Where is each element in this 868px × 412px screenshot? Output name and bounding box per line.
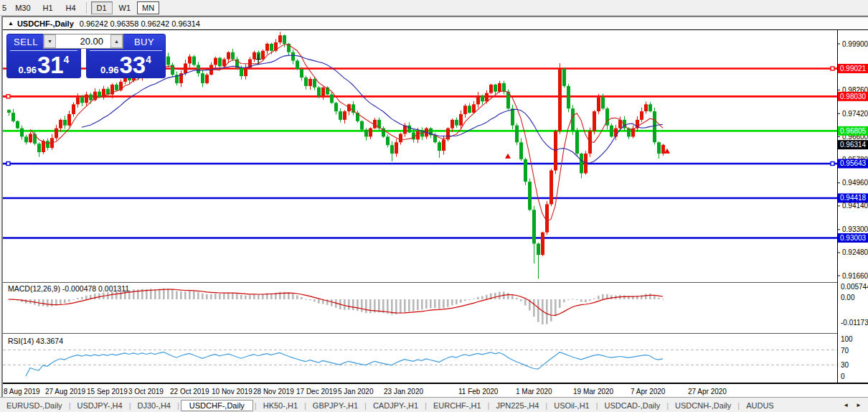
svg-text:0.005744: 0.005744 — [841, 283, 868, 291]
tab-scroll-left-icon[interactable]: ◄ — [839, 401, 852, 410]
tab-usoil-h1[interactable]: USOil-,H1 — [547, 401, 596, 411]
timeframe-button-5[interactable]: 5 — [0, 1, 9, 14]
tab-dj30-h4[interactable]: DJ30-,H4 — [131, 401, 177, 411]
volume-decrease-button[interactable]: ▼ — [44, 34, 56, 48]
buy-price: 0.96334 — [87, 55, 165, 76]
svg-text:27 Aug 2019: 27 Aug 2019 — [45, 388, 86, 395]
tab-separator: | — [177, 401, 179, 410]
timeframe-button-d1[interactable]: D1 — [91, 1, 113, 14]
tab-audus[interactable]: AUDUS — [740, 401, 780, 411]
svg-text:8 Aug 2019: 8 Aug 2019 — [4, 388, 40, 395]
svg-text:30: 30 — [841, 361, 849, 369]
chart-tab-bar: EURUSD-,Daily|USDJPY-,H4|DJ30-,H4|USDCHF… — [0, 397, 868, 412]
tab-usdjpy-h4[interactable]: USDJPY-,H4 — [70, 401, 128, 411]
svg-text:0.99021: 0.99021 — [840, 65, 867, 72]
svg-text:7 Apr 2020: 7 Apr 2020 — [631, 388, 666, 395]
timeframe-button-h4[interactable]: H4 — [60, 1, 82, 14]
timeframe-button-h1[interactable]: H1 — [37, 1, 59, 14]
chart-bottom-border — [3, 383, 868, 384]
sell-divider — [10, 50, 77, 51]
buy-label: BUY — [123, 37, 165, 47]
svg-text:0.00: 0.00 — [841, 294, 855, 301]
tab-usdcnh-daily[interactable]: USDCNH-,Daily — [669, 401, 737, 411]
volume-increase-button[interactable]: ▲ — [110, 34, 123, 48]
svg-text:0.96314: 0.96314 — [840, 141, 867, 149]
chart-title-symbol: USDCHF-,Daily — [17, 19, 74, 28]
svg-text:70: 70 — [841, 347, 849, 355]
svg-text:15 Sep 2019: 15 Sep 2019 — [87, 388, 128, 395]
toolbar-separator — [86, 2, 87, 14]
chart-window: ▲ USDCHF-,Daily 0.96242 0.96358 0.96242 … — [1, 16, 868, 397]
svg-text:0.94418: 0.94418 — [840, 194, 867, 202]
svg-text:0: 0 — [841, 373, 845, 380]
svg-text:10 Nov 2019: 10 Nov 2019 — [212, 388, 253, 395]
timeframe-button-mn[interactable]: MN — [137, 1, 159, 14]
svg-text:0.99900: 0.99900 — [842, 40, 868, 48]
pane-separator[interactable] — [3, 333, 837, 334]
svg-text:0.92480: 0.92480 — [842, 248, 868, 256]
svg-text:0.93003: 0.93003 — [840, 234, 867, 242]
volume-control: ▼ ▲ — [43, 34, 123, 49]
trading-terminal: { "toolbar": { "timeframes": ["5", "M30"… — [0, 0, 868, 412]
chart-title-ohlc: 0.96242 0.96358 0.96242 0.96314 — [80, 19, 200, 28]
svg-text:23 Jan 2020: 23 Jan 2020 — [384, 388, 423, 395]
tab-eurusd-daily[interactable]: EURUSD-,Daily — [0, 401, 69, 411]
buy-divider — [90, 50, 162, 51]
timeframe-button-m30[interactable]: M30 — [10, 1, 35, 14]
svg-text:19 Mar 2020: 19 Mar 2020 — [573, 388, 614, 395]
tab-scroll-arrows: ◄► — [839, 401, 868, 410]
tab-scroll-right-icon[interactable]: ► — [852, 401, 865, 410]
timeframe-toolbar: 5M30H1H4D1W1MN — [0, 0, 868, 16]
svg-text:17 Dec 2019: 17 Dec 2019 — [296, 388, 337, 395]
svg-text:11 Feb 2020: 11 Feb 2020 — [458, 388, 499, 395]
svg-text:RSI(14) 43.3674: RSI(14) 43.3674 — [8, 337, 63, 345]
svg-text:1 Mar 2020: 1 Mar 2020 — [516, 388, 552, 395]
sell-label: SELL — [7, 37, 44, 47]
tab-hk50-h1[interactable]: HK50-,H1 — [257, 401, 304, 411]
timeframe-button-w1[interactable]: W1 — [114, 1, 136, 14]
pane-separator[interactable] — [3, 282, 837, 283]
collapse-icon[interactable]: ▲ — [8, 20, 14, 27]
svg-text:28 Nov 2019: 28 Nov 2019 — [253, 388, 294, 395]
chart-title-bar[interactable]: ▲ USDCHF-,Daily 0.96242 0.96358 0.96242 … — [3, 17, 868, 30]
volume-input[interactable] — [56, 34, 110, 48]
tab-eurchf-h1[interactable]: EURCHF-,H1 — [427, 401, 488, 411]
svg-text:MACD(12,26,9) -0.000478 0.0013: MACD(12,26,9) -0.000478 0.001311 — [8, 284, 129, 293]
tab-cadjpy-h1[interactable]: CADJPY-,H1 — [367, 401, 425, 411]
svg-text:27 Apr 2020: 27 Apr 2020 — [688, 388, 727, 395]
tab-gbpjpy-h1[interactable]: GBPJPY-,H1 — [306, 401, 364, 411]
tab-usdchf-daily[interactable]: USDCHF-,Daily — [181, 400, 253, 411]
chart-canvas[interactable]: 0.999000.982600.974200.966000.957800.949… — [3, 30, 868, 398]
svg-text:100: 100 — [841, 335, 853, 343]
svg-text:0.97420: 0.97420 — [842, 110, 868, 118]
svg-text:22 Oct 2019: 22 Oct 2019 — [170, 388, 209, 395]
svg-text:0.94140: 0.94140 — [842, 202, 868, 210]
tab-jpn225-h4[interactable]: JPN225-,H4 — [489, 401, 545, 411]
svg-text:0.95643: 0.95643 — [840, 159, 867, 167]
svg-text:0.93300: 0.93300 — [842, 225, 868, 233]
svg-text:3 Oct 2019: 3 Oct 2019 — [128, 388, 164, 395]
sell-price: 0.96314 — [7, 55, 80, 76]
svg-text:0.91660: 0.91660 — [842, 272, 868, 280]
tab-usdcad-daily[interactable]: USDCAD-,Daily — [598, 401, 667, 411]
svg-text:0.94960: 0.94960 — [842, 179, 868, 187]
one-click-trade-panel: SELL 0.96314 BUY 0.96334 ▼ ▲ — [6, 34, 166, 78]
svg-text:5 Jan 2020: 5 Jan 2020 — [338, 388, 374, 395]
svg-text:0.98030: 0.98030 — [840, 93, 867, 100]
svg-text:0.96805: 0.96805 — [840, 127, 867, 135]
svg-text:-0.011738: -0.011738 — [841, 319, 868, 327]
